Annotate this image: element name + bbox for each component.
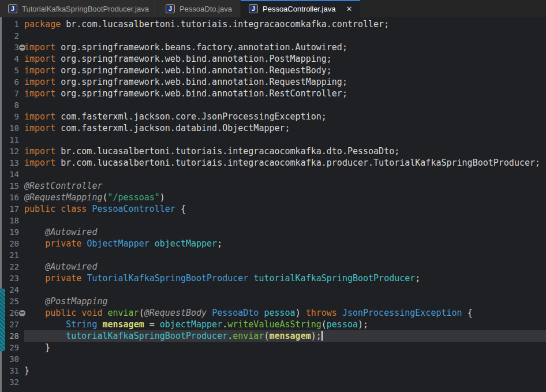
code-line[interactable]: 31}: [0, 365, 546, 376]
line-number: 18: [9, 216, 19, 225]
code-line[interactable]: 2: [0, 30, 546, 42]
code-line-text[interactable]: [24, 353, 546, 365]
editor-gutter: 22: [0, 261, 24, 272]
text-cursor: [321, 331, 323, 341]
code-line-text[interactable]: [24, 30, 546, 42]
code-line-text[interactable]: }: [24, 342, 546, 353]
editor-gutter: 32: [0, 376, 24, 388]
code-line-text[interactable]: private ObjectMapper objectMapper;: [24, 238, 546, 249]
code-line[interactable]: 16@RequestMapping("/pessoas"): [0, 192, 546, 203]
code-line-text[interactable]: import com.fasterxml.jackson.core.JsonPr…: [24, 111, 546, 122]
code-line[interactable]: 21: [0, 249, 546, 261]
tab-pessoadto-java[interactable]: JPessoaDto.java: [158, 0, 241, 17]
code-line[interactable]: 15@RestController: [0, 180, 546, 192]
editor-gutter: 21: [0, 249, 24, 261]
tab-label: PessoaDto.java: [179, 5, 232, 13]
line-number: 6: [14, 77, 19, 87]
editor-gutter: 3: [0, 42, 24, 53]
code-line-text[interactable]: package br.com.lucasalbertoni.tutoriais.…: [24, 18, 546, 30]
line-number: 17: [9, 204, 19, 214]
editor-gutter: 11: [0, 134, 24, 145]
code-line-text[interactable]: public class PessoaController {: [24, 203, 546, 215]
code-line[interactable]: 23 private TutorialKafkaSpringBootProduc…: [0, 272, 546, 284]
code-line[interactable]: 3import org.springframework.beans.factor…: [0, 42, 546, 53]
code-line-text[interactable]: [24, 169, 546, 180]
code-line[interactable]: 25 @PostMapping: [0, 296, 546, 307]
code-line[interactable]: 14: [0, 169, 546, 180]
editor-gutter: 10: [0, 122, 24, 134]
code-line[interactable]: 32: [0, 376, 546, 388]
code-line[interactable]: 12import br.com.lucasalbertoni.tutoriais…: [0, 145, 546, 157]
code-line[interactable]: 8: [0, 99, 546, 111]
code-line-text[interactable]: public void enviar(@RequestBody PessoaDt…: [24, 307, 546, 319]
code-line[interactable]: 1package br.com.lucasalbertoni.tutoriais…: [0, 18, 546, 30]
code-line-text[interactable]: private TutorialKafkaSpringBootProducer …: [24, 272, 546, 284]
editor-pane[interactable]: 1package br.com.lucasalbertoni.tutoriais…: [0, 17, 546, 392]
code-line[interactable]: 7import org.springframework.web.bind.ann…: [0, 88, 546, 99]
code-line-text[interactable]: [24, 284, 546, 296]
code-line-text[interactable]: import org.springframework.web.bind.anno…: [24, 88, 546, 99]
code-line[interactable]: 19 @Autowired: [0, 226, 546, 238]
code-line-text[interactable]: import com.fasterxml.jackson.databind.Ob…: [24, 122, 546, 134]
editor-gutter: 1: [0, 18, 24, 30]
line-number: 23: [9, 274, 19, 283]
line-number: 10: [9, 124, 19, 133]
code-line-text[interactable]: }: [24, 365, 546, 376]
code-line-text[interactable]: import br.com.lucasalbertoni.tutoriais.i…: [24, 145, 546, 157]
code-line-text[interactable]: import org.springframework.web.bind.anno…: [24, 53, 546, 65]
fold-collapse-icon[interactable]: [19, 44, 25, 51]
code-line-text[interactable]: @Autowired: [24, 226, 546, 238]
line-number: 30: [9, 354, 19, 364]
line-number: 22: [9, 262, 19, 271]
code-line-text[interactable]: [24, 134, 546, 145]
editor-gutter: 18: [0, 215, 24, 226]
code-line-text[interactable]: @RequestMapping("/pessoas"): [24, 192, 546, 203]
code-line[interactable]: 9import com.fasterxml.jackson.core.JsonP…: [0, 111, 546, 122]
code-line[interactable]: 20 private ObjectMapper objectMapper;: [0, 238, 546, 249]
editor-gutter: 30: [0, 353, 24, 365]
editor-gutter: 5: [0, 65, 24, 76]
close-icon[interactable]: ✕: [346, 5, 352, 13]
code-editor-window: JTutorialKafkaSpringBootProducer.javaJPe…: [0, 0, 546, 392]
code-line-text[interactable]: [24, 99, 546, 111]
fold-collapse-icon[interactable]: [19, 310, 25, 316]
code-line[interactable]: 6import org.springframework.web.bind.ann…: [0, 76, 546, 88]
code-line-text[interactable]: import br.com.lucasalbertoni.tutoriais.i…: [24, 157, 546, 169]
line-number: 26: [9, 308, 19, 318]
code-line-text[interactable]: [24, 215, 546, 226]
code-line[interactable]: 24: [0, 284, 546, 296]
code-line-text[interactable]: @Autowired: [24, 261, 546, 272]
tab-pessoacontroller-java[interactable]: JPessoaController.java✕: [241, 0, 361, 17]
code-line[interactable]: 11: [0, 134, 546, 145]
line-number: 24: [9, 285, 19, 294]
code-line[interactable]: 18: [0, 215, 546, 226]
code-line[interactable]: 28 tutorialKafkaSpringBootProducer.envia…: [0, 330, 546, 342]
line-number: 1: [14, 20, 19, 29]
code-line-text[interactable]: String mensagem = objectMapper.writeValu…: [24, 319, 546, 330]
tab-label: TutorialKafkaSpringBootProducer.java: [22, 5, 149, 13]
code-line[interactable]: 22 @Autowired: [0, 261, 546, 272]
code-line-text[interactable]: [24, 249, 546, 261]
line-number: 27: [9, 320, 19, 329]
code-line[interactable]: 29 }: [0, 342, 546, 353]
code-line-text[interactable]: @PostMapping: [24, 296, 546, 307]
code-line-text[interactable]: @RestController: [24, 180, 546, 192]
code-line[interactable]: 13import br.com.lucasalbertoni.tutoriais…: [0, 157, 546, 169]
code-line-text[interactable]: tutorialKafkaSpringBootProducer.enviar(m…: [24, 330, 546, 342]
tab-tutorialkafkaspringbootproducer-java[interactable]: JTutorialKafkaSpringBootProducer.java: [0, 0, 158, 17]
code-line[interactable]: 27 String mensagem = objectMapper.writeV…: [0, 319, 546, 330]
code-line-text[interactable]: [24, 376, 546, 388]
code-line[interactable]: 30: [0, 353, 546, 365]
code-line[interactable]: 26 public void enviar(@RequestBody Pesso…: [0, 307, 546, 319]
code-line-text[interactable]: import org.springframework.beans.factory…: [24, 42, 546, 53]
java-file-icon: J: [8, 4, 17, 13]
code-line[interactable]: 5import org.springframework.web.bind.ann…: [0, 65, 546, 76]
code-line-text[interactable]: import org.springframework.web.bind.anno…: [24, 76, 546, 88]
editor-gutter: 20: [0, 238, 24, 249]
editor-gutter: 19: [0, 226, 24, 238]
code-line[interactable]: 10import com.fasterxml.jackson.databind.…: [0, 122, 546, 134]
line-number: 4: [14, 54, 19, 64]
code-line-text[interactable]: import org.springframework.web.bind.anno…: [24, 65, 546, 76]
code-line[interactable]: 4import org.springframework.web.bind.ann…: [0, 53, 546, 65]
code-line[interactable]: 17public class PessoaController {: [0, 203, 546, 215]
